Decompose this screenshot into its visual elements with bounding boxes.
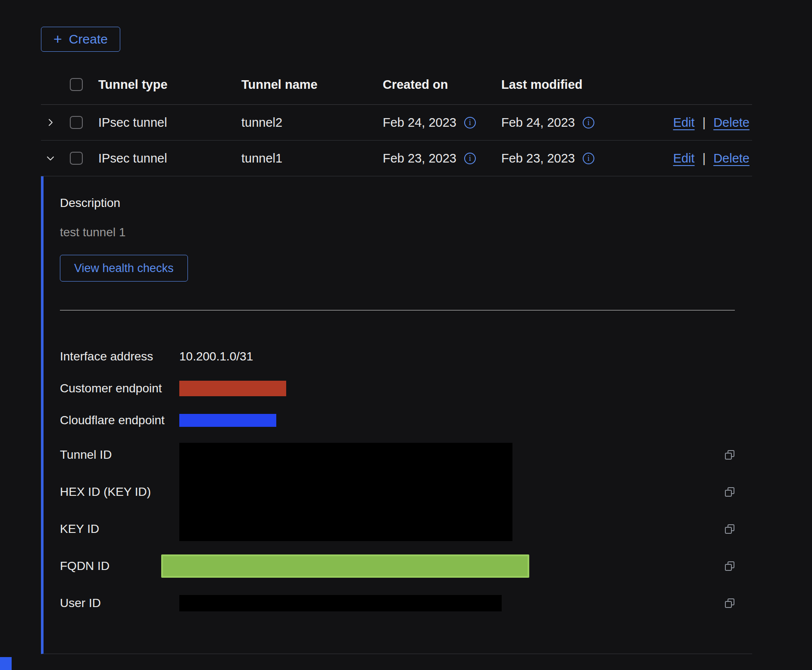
action-separator: | [703,116,706,130]
table-header-row: Tunnel type Tunnel name Created on Last … [41,65,752,105]
last-modified-cell: Feb 24, 2023 [501,116,575,130]
key-id-label: KEY ID [60,522,179,536]
panel-divider [60,310,735,310]
view-health-checks-label: View health checks [74,262,174,275]
copy-key-id-button[interactable] [716,524,735,534]
tunnel-id-label: Tunnel ID [60,448,179,462]
tunnel-name-cell: tunnel1 [241,151,383,166]
tunnel-type-cell: IPsec tunnel [98,116,241,130]
customer-endpoint-redacted-value [179,381,286,396]
field-group-ids: Tunnel ID HEX ID (KEY ID) [60,436,735,548]
user-id-label: User ID [60,596,179,610]
tunnel-name-cell: tunnel2 [241,116,383,130]
field-row-cloudflare-endpoint: Cloudflare endpoint [60,404,735,436]
description-value: test tunnel 1 [60,225,735,239]
tunnels-table: Tunnel type Tunnel name Created on Last … [41,65,752,654]
chevron-right-icon [46,118,55,127]
fqdn-id-redacted-value [161,554,529,578]
cloudflare-endpoint-label: Cloudflare endpoint [60,413,179,427]
copy-icon [725,450,735,460]
description-label: Description [60,196,735,210]
copy-tunnel-id-button[interactable] [716,450,735,460]
created-on-cell: Feb 24, 2023 [383,116,456,130]
info-icon[interactable]: i [464,117,476,128]
table-row: IPsec tunnel tunnel2 Feb 24, 2023 i Feb … [41,105,752,141]
create-button[interactable]: + Create [41,27,120,52]
copy-user-id-button[interactable] [716,598,735,608]
select-all-checkbox[interactable] [70,78,83,91]
action-separator: | [703,151,706,166]
copy-hex-id-button[interactable] [716,487,735,497]
collapse-row-button[interactable] [44,152,56,164]
field-row-customer-endpoint: Customer endpoint [60,373,735,404]
row-checkbox[interactable] [70,116,83,129]
expand-row-button[interactable] [44,116,56,128]
table-row: IPsec tunnel tunnel1 Feb 23, 2023 i Feb … [41,141,752,176]
created-on-cell: Feb 23, 2023 [383,151,456,166]
tunnel-detail-fields: Interface address 10.200.1.0/31 Customer… [60,341,735,622]
header-tunnel-type: Tunnel type [98,78,241,92]
delete-link[interactable]: Delete [713,116,750,130]
info-icon[interactable]: i [583,153,594,164]
copy-icon [725,524,735,534]
interface-address-label: Interface address [60,350,179,363]
field-row-fqdn-id: FQDN ID [60,548,735,585]
tunnels-page: + Create Tunnel type Tunnel name Created… [0,0,752,654]
header-tunnel-name: Tunnel name [241,78,383,92]
plus-icon: + [53,31,62,46]
edit-link[interactable]: Edit [673,151,695,166]
field-row-user-id: User ID [60,585,735,622]
copy-icon [725,561,735,571]
copy-icon [725,487,735,497]
copy-icon [725,598,735,608]
info-icon[interactable]: i [583,117,594,128]
user-id-redacted-value [179,595,502,611]
tunnel-detail-panel: Description test tunnel 1 View health ch… [41,176,752,654]
cloudflare-endpoint-redacted-value [179,414,276,427]
hex-id-label: HEX ID (KEY ID) [60,485,179,499]
chevron-down-icon [46,154,55,163]
last-modified-cell: Feb 23, 2023 [501,151,575,166]
info-icon[interactable]: i [464,153,476,164]
interface-address-value: 10.200.1.0/31 [179,350,716,363]
header-last-modified: Last modified [501,78,631,92]
bottom-left-blue-marker [0,657,12,670]
row-checkbox[interactable] [70,152,83,165]
create-button-label: Create [69,32,108,47]
tunnel-id-redacted-value [179,443,512,541]
edit-link[interactable]: Edit [673,116,695,130]
copy-fqdn-id-button[interactable] [716,561,735,571]
delete-link[interactable]: Delete [713,151,750,166]
field-row-interface-address: Interface address 10.200.1.0/31 [60,341,735,373]
customer-endpoint-label: Customer endpoint [60,382,179,395]
view-health-checks-button[interactable]: View health checks [60,255,188,282]
header-created-on: Created on [383,78,501,92]
tunnel-type-cell: IPsec tunnel [98,151,241,166]
